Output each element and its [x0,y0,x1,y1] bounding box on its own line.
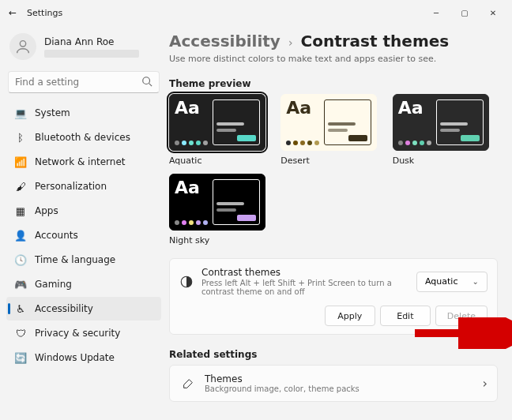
sidebar-item-label: System [35,107,70,118]
contrast-themes-card: Contrast themes Press left Alt + left Sh… [169,258,498,335]
search-icon [141,75,152,90]
sidebar-item-label: Apps [35,205,58,216]
sidebar: Diana Ann Roe 💻SystemᛒBluetooth & device… [0,25,166,420]
brush-icon [179,375,197,392]
sidebar-item-label: Personalization [35,181,107,192]
theme-preview-grid: AaAquaticAaDesertAaDuskAaNight sky [169,94,498,246]
theme-card-dusk[interactable]: AaDusk [393,94,498,166]
sidebar-item-privacy[interactable]: 🛡Privacy & security [6,321,161,345]
svg-line-2 [149,83,152,86]
theme-card-night-sky[interactable]: AaNight sky [169,174,274,246]
edit-button[interactable]: Edit [380,306,431,326]
apps-icon: ▦ [14,204,27,217]
privacy-icon: 🛡 [14,327,27,339]
theme-name-label: Dusk [393,156,498,166]
theme-name-label: Night sky [169,235,274,246]
back-button[interactable]: ← [5,7,21,18]
theme-name-label: Aquatic [169,156,274,166]
accessibility-icon: ♿ [14,302,27,315]
related-item-sub: Background image, color, theme packs [205,384,360,393]
sidebar-item-label: Network & internet [35,156,126,167]
theme-card-desert[interactable]: AaDesert [280,94,386,166]
chevron-right-icon: › [288,36,293,49]
sidebar-item-label: Windows Update [35,352,115,363]
sidebar-item-label: Accessibility [35,303,93,314]
profile-name: Diana Ann Roe [44,36,139,47]
sidebar-item-label: Privacy & security [35,328,120,339]
minimize-button[interactable]: ─ [422,2,450,24]
related-settings: Related settings Themes Background image… [169,349,498,402]
sidebar-item-apps[interactable]: ▦Apps [6,199,161,223]
accounts-icon: 👤 [14,229,27,242]
profile-block[interactable]: Diana Ann Roe [6,28,161,68]
sidebar-item-network[interactable]: 📶Network & internet [6,150,161,174]
update-icon: 🔄 [14,351,27,364]
breadcrumb: Accessibility › Contrast themes [169,32,498,51]
bluetooth-icon: ᛒ [14,131,27,144]
search-input-wrapper[interactable] [8,71,160,93]
sidebar-item-bluetooth[interactable]: ᛒBluetooth & devices [6,126,161,149]
search-input[interactable] [15,77,141,88]
sidebar-item-label: Accounts [35,230,78,241]
main-panel: Accessibility › Contrast themes Use more… [166,25,512,420]
page-title: Contrast themes [301,32,450,51]
sidebar-item-accessibility[interactable]: ♿Accessibility [6,297,161,321]
delete-button: Delete [435,306,488,326]
gaming-icon: 🎮 [14,278,27,291]
sidebar-item-label: Gaming [35,279,72,290]
system-icon: 💻 [14,107,27,119]
maximize-button[interactable]: ▢ [450,2,479,24]
sidebar-item-system[interactable]: 💻System [6,101,161,125]
card-subtitle: Press left Alt + left Shift + Print Scre… [201,279,401,296]
svg-point-0 [20,41,25,47]
profile-email-redacted [44,50,139,58]
nav-list: 💻SystemᛒBluetooth & devices📶Network & in… [6,101,161,369]
chevron-down-icon: ⌄ [472,277,479,286]
related-item-title: Themes [205,373,360,384]
sidebar-item-personalization[interactable]: 🖌Personalization [6,174,161,198]
sidebar-item-gaming[interactable]: 🎮Gaming [6,272,161,296]
personalization-icon: 🖌 [14,180,27,193]
related-themes-row[interactable]: Themes Background image, color, theme pa… [169,365,498,402]
breadcrumb-parent[interactable]: Accessibility [169,32,280,51]
sidebar-item-time[interactable]: 🕓Time & language [6,248,161,272]
page-subtitle: Use more distinct colors to make text an… [169,54,498,64]
card-title: Contrast themes [201,267,401,278]
svg-point-1 [143,77,150,84]
theme-dropdown[interactable]: Aquatic ⌄ [416,272,488,292]
sidebar-item-update[interactable]: 🔄Windows Update [6,346,161,369]
sidebar-item-accounts[interactable]: 👤Accounts [6,223,161,247]
theme-name-label: Desert [280,156,386,166]
related-heading: Related settings [169,349,498,360]
sidebar-item-label: Bluetooth & devices [35,132,130,143]
contrast-icon [179,273,194,291]
close-button[interactable]: ✕ [479,2,507,24]
chevron-right-icon: › [483,376,488,391]
theme-preview-label: Theme preview [169,78,498,89]
avatar-icon [9,33,36,60]
titlebar: ← Settings ─ ▢ ✕ [0,0,512,25]
sidebar-item-label: Time & language [35,254,115,265]
apply-button[interactable]: Apply [325,306,375,326]
time-icon: 🕓 [14,253,27,266]
window-title: Settings [27,8,62,18]
theme-card-aquatic[interactable]: AaAquatic [169,94,274,166]
network-icon: 📶 [14,156,27,168]
dropdown-value: Aquatic [425,276,457,287]
